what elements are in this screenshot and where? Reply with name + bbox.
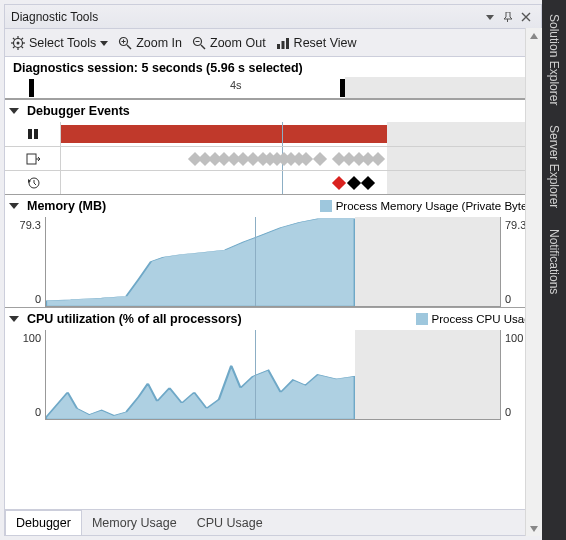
time-ruler[interactable]: 4s [5, 77, 541, 99]
debugger-events-section: Debugger Events [5, 99, 541, 194]
svg-line-7 [21, 46, 23, 48]
tab-cpu-usage[interactable]: CPU Usage [187, 510, 273, 535]
legend-swatch [320, 200, 332, 212]
svg-rect-21 [34, 129, 38, 139]
zoom-in-button[interactable]: Zoom In [118, 36, 182, 50]
zoom-in-label: Zoom In [136, 36, 182, 50]
legend: Process Memory Usage (Private Bytes) [320, 200, 537, 212]
output-icon [5, 147, 61, 170]
select-tools-label: Select Tools [29, 36, 96, 50]
tab-solution-explorer[interactable]: Solution Explorer [545, 6, 563, 113]
svg-line-11 [127, 45, 131, 49]
right-autohide-tabs: Solution Explorer Server Explorer Notifi… [542, 0, 566, 540]
dropdown-button[interactable] [481, 8, 499, 26]
legend: Process CPU Usage [416, 313, 537, 325]
svg-rect-18 [281, 41, 284, 49]
memory-plot [45, 217, 501, 307]
section-header[interactable]: CPU utilization (% of all processors) Pr… [5, 308, 541, 330]
ruler-tick [29, 79, 34, 97]
track-grey [387, 122, 541, 146]
section-title: CPU utilization (% of all processors) [27, 312, 242, 326]
select-tools-button[interactable]: Select Tools [11, 36, 108, 50]
legend-label: Process Memory Usage (Private Bytes) [336, 200, 537, 212]
zoom-out-icon [192, 36, 206, 50]
title-bar: Diagnostic Tools [5, 5, 541, 29]
svg-line-9 [13, 46, 15, 48]
pause-icon [5, 122, 61, 146]
vertical-scrollbar[interactable] [525, 28, 542, 536]
svg-line-8 [21, 38, 23, 40]
cpu-chart[interactable]: 100 0 100 0 [5, 330, 541, 420]
zoom-out-label: Zoom Out [210, 36, 266, 50]
window-title: Diagnostic Tools [11, 10, 481, 24]
tab-memory-usage[interactable]: Memory Usage [82, 510, 187, 535]
event-row-break [5, 122, 541, 146]
intellitrace-track[interactable] [61, 171, 541, 194]
reset-view-icon [276, 36, 290, 50]
chevron-down-icon [100, 39, 108, 47]
legend-label: Process CPU Usage [432, 313, 537, 325]
zoom-out-button[interactable]: Zoom Out [192, 36, 266, 50]
ruler-tick-label: 4s [230, 79, 242, 91]
svg-point-1 [17, 41, 20, 44]
svg-rect-20 [28, 129, 32, 139]
svg-line-6 [13, 38, 15, 40]
break-track[interactable] [61, 122, 541, 146]
ruler-grey-zone [345, 77, 541, 98]
y-axis-left: 79.3 0 [5, 217, 45, 307]
cpu-plot [45, 330, 501, 420]
gear-icon [11, 36, 25, 50]
track-grey [387, 147, 541, 170]
track-grey [387, 171, 541, 194]
scroll-down-icon[interactable] [527, 521, 542, 536]
diamond-event[interactable] [361, 175, 375, 189]
pin-button[interactable] [499, 8, 517, 26]
tab-debugger[interactable]: Debugger [5, 510, 82, 535]
cpu-section: CPU utilization (% of all processors) Pr… [5, 307, 541, 420]
event-row-intellitrace [5, 170, 541, 194]
collapse-icon [9, 316, 19, 322]
bottom-tabs: Debugger Memory Usage CPU Usage [5, 509, 541, 535]
diagnostic-tools-panel: Diagnostic Tools Select Tools Zoom In Zo… [4, 4, 542, 536]
tab-notifications[interactable]: Notifications [545, 221, 563, 302]
diamond-event[interactable] [347, 175, 361, 189]
scroll-up-icon[interactable] [527, 28, 542, 43]
memory-chart[interactable]: 79.3 0 79.3 0 [5, 217, 541, 307]
section-title: Memory (MB) [27, 199, 106, 213]
section-title: Debugger Events [27, 104, 130, 118]
break-bar [61, 125, 387, 143]
session-label: Diagnostics session: 5 seconds (5.96 s s… [5, 57, 541, 77]
reset-view-label: Reset View [294, 36, 357, 50]
collapse-icon [9, 203, 19, 209]
memory-section: Memory (MB) Process Memory Usage (Privat… [5, 194, 541, 307]
svg-rect-22 [27, 154, 36, 164]
legend-swatch [416, 313, 428, 325]
section-header[interactable]: Memory (MB) Process Memory Usage (Privat… [5, 195, 541, 217]
svg-rect-19 [286, 38, 289, 49]
tab-server-explorer[interactable]: Server Explorer [545, 117, 563, 216]
toolbar: Select Tools Zoom In Zoom Out Reset View [5, 29, 541, 57]
section-header[interactable]: Debugger Events [5, 100, 541, 122]
collapse-icon [9, 108, 19, 114]
diamond-event[interactable] [332, 175, 346, 189]
svg-line-15 [201, 45, 205, 49]
y-axis-left: 100 0 [5, 330, 45, 420]
clock-back-icon [5, 171, 61, 194]
event-row-output [5, 146, 541, 170]
output-track[interactable] [61, 147, 541, 170]
reset-view-button[interactable]: Reset View [276, 36, 357, 50]
zoom-in-icon [118, 36, 132, 50]
svg-rect-17 [277, 44, 280, 49]
debugger-events-body [5, 122, 541, 194]
close-button[interactable] [517, 8, 535, 26]
